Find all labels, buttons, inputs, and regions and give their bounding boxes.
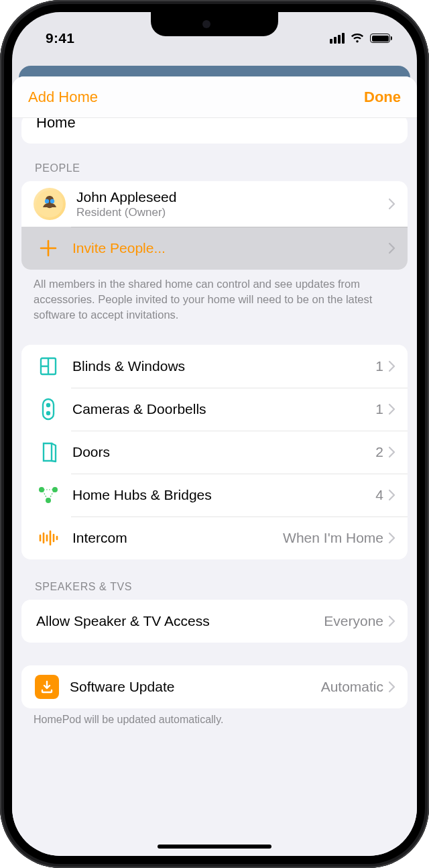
- cellular-signal-icon: [330, 33, 345, 44]
- category-doors[interactable]: Doors 2: [21, 431, 408, 474]
- category-count: 4: [375, 487, 383, 503]
- svg-point-6: [46, 411, 50, 415]
- plus-icon: [34, 233, 63, 263]
- hub-icon: [34, 480, 63, 510]
- software-card: Software Update Automatic: [21, 665, 408, 708]
- category-blinds-windows[interactable]: Blinds & Windows 1: [21, 345, 408, 388]
- nav-bar: Add Home Done: [12, 76, 417, 118]
- software-footer-text: HomePod will be updated automatically.: [21, 708, 408, 727]
- category-count: 1: [375, 401, 383, 417]
- chevron-right-icon: [389, 199, 395, 209]
- settings-sheet: Add Home Done Home PEOPLE: [12, 76, 417, 856]
- speaker-access-value: Everyone: [324, 613, 383, 629]
- speaker-access-row[interactable]: Allow Speaker & TV Access Everyone: [21, 600, 408, 643]
- content-scroll[interactable]: Home PEOPLE: [12, 118, 417, 856]
- chevron-right-icon: [389, 404, 395, 415]
- chevron-right-icon: [389, 533, 395, 543]
- status-icons: [330, 33, 390, 44]
- category-home-hubs[interactable]: Home Hubs & Bridges 4: [21, 474, 408, 517]
- intercom-icon: [34, 523, 63, 553]
- category-label: Home Hubs & Bridges: [72, 487, 375, 503]
- person-row[interactable]: John Appleseed Resident (Owner): [21, 181, 408, 227]
- notch: [151, 12, 278, 36]
- category-label: Cameras & Doorbells: [72, 401, 375, 417]
- add-home-button[interactable]: Add Home: [28, 89, 98, 106]
- software-update-icon: [34, 673, 60, 700]
- door-icon: [34, 437, 63, 467]
- home-name-label: Home: [36, 118, 76, 131]
- people-section-header: PEOPLE: [21, 144, 408, 181]
- invite-people-label: Invite People...: [72, 240, 389, 256]
- people-card: John Appleseed Resident (Owner) Invite P…: [21, 181, 408, 270]
- doorbell-icon: [34, 394, 63, 424]
- categories-card: Blinds & Windows 1 Cameras & Doorbells 1: [21, 345, 408, 559]
- chevron-right-icon: [389, 490, 395, 500]
- wifi-icon: [350, 33, 365, 44]
- speaker-access-label: Allow Speaker & TV Access: [36, 613, 324, 629]
- svg-rect-4: [43, 399, 54, 419]
- svg-point-1: [45, 199, 49, 203]
- chevron-right-icon: [389, 447, 395, 457]
- svg-point-9: [46, 498, 51, 503]
- home-indicator[interactable]: [158, 845, 271, 849]
- invite-people-button[interactable]: Invite People...: [21, 227, 408, 270]
- battery-icon: [370, 34, 390, 43]
- chevron-right-icon: [389, 682, 395, 692]
- avatar: [34, 188, 66, 220]
- category-label: Blinds & Windows: [72, 358, 375, 374]
- status-time: 9:41: [46, 30, 74, 46]
- category-label: Intercom: [72, 530, 283, 546]
- chevron-right-icon: [389, 243, 395, 254]
- people-footer-text: All members in the shared home can contr…: [21, 270, 408, 322]
- category-count: 1: [375, 358, 383, 374]
- svg-point-2: [50, 199, 54, 203]
- software-update-row[interactable]: Software Update Automatic: [21, 665, 408, 708]
- person-role: Resident (Owner): [76, 206, 389, 219]
- home-name-card[interactable]: Home: [21, 118, 408, 144]
- chevron-right-icon: [389, 361, 395, 372]
- category-intercom[interactable]: Intercom When I'm Home: [21, 517, 408, 559]
- speakers-card: Allow Speaker & TV Access Everyone: [21, 600, 408, 643]
- software-update-value: Automatic: [321, 679, 383, 695]
- speakers-section-header: SPEAKERS & TVS: [21, 559, 408, 600]
- chevron-right-icon: [389, 616, 395, 627]
- category-count: 2: [375, 444, 383, 460]
- software-update-label: Software Update: [70, 679, 321, 695]
- blinds-icon: [34, 351, 63, 381]
- category-value: When I'm Home: [283, 530, 383, 546]
- person-name: John Appleseed: [76, 188, 389, 205]
- done-button[interactable]: Done: [364, 89, 401, 106]
- svg-point-5: [46, 403, 50, 407]
- category-label: Doors: [72, 444, 375, 460]
- category-cameras-doorbells[interactable]: Cameras & Doorbells 1: [21, 388, 408, 431]
